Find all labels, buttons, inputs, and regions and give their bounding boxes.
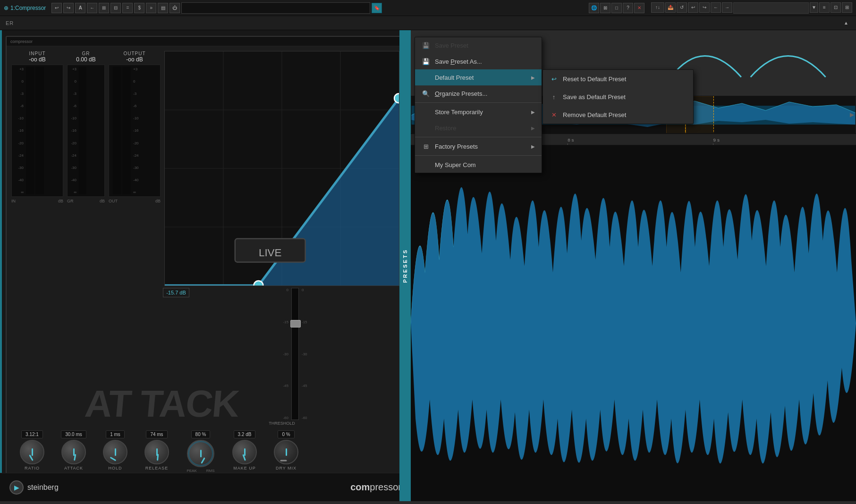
hold-knob[interactable] [103, 440, 127, 464]
output-label: OUTPUT [123, 51, 145, 56]
ratio-knob[interactable] [20, 440, 44, 464]
resize-button[interactable]: ⊠ [600, 3, 610, 13]
export-button[interactable]: ↑↓ [651, 2, 664, 13]
gr-value: 0.00 dB [76, 56, 95, 63]
in-label: IN [11, 199, 16, 203]
svg-point-7 [254, 281, 263, 286]
steinberg-text: steinberg [27, 483, 59, 492]
gr-label: GR [82, 51, 90, 56]
analysis-knob[interactable] [187, 440, 214, 467]
arrow-left-button[interactable]: ← [87, 3, 97, 13]
nav-forward-button[interactable]: → [722, 2, 732, 13]
save-default-icon: ↑ [550, 92, 558, 101]
gr-bar [79, 67, 86, 194]
submenu-default-preset: ↩ Reset to Default Preset ↑ Save as Defa… [542, 69, 694, 124]
bar-chart-button[interactable]: ▤ [158, 3, 168, 13]
drymix-knob[interactable] [274, 440, 298, 464]
main-waveform [411, 145, 856, 501]
layout-button[interactable]: ⊡ [831, 2, 841, 13]
arrows-button[interactable]: » [146, 3, 156, 13]
output-bar2 [122, 67, 131, 194]
subtitle-bar: ER [6, 20, 842, 26]
submenu-save-default[interactable]: ↑ Save as Default Preset [543, 88, 693, 106]
context-menu: 💾 Save Preset 💾 Save Preset As... Defaul… [415, 37, 542, 173]
default-preset-label: Default Preset [435, 74, 526, 81]
app-icon: ⊕ [4, 5, 8, 11]
drymix-value[interactable]: 0 % [278, 430, 294, 438]
save-preset-as-label: Save Preset As... [435, 58, 535, 65]
nav-dropdown-input[interactable] [733, 2, 809, 14]
factory-presets-label: Factory Presets [435, 143, 526, 150]
letter-a-button[interactable]: A [75, 3, 85, 13]
store-temp-icon [422, 108, 430, 116]
hold-label: HOLD [108, 466, 122, 470]
square-button[interactable]: □ [611, 3, 622, 13]
undo-button[interactable]: ↩ [51, 3, 62, 13]
makeup-knob[interactable] [232, 440, 257, 464]
input-value: -oo dB [29, 56, 45, 63]
restore-label: Restore [435, 125, 526, 132]
dropdown-arrow[interactable]: ▼ [810, 2, 818, 13]
redo-button[interactable]: ↪ [63, 3, 74, 13]
threshold-value[interactable]: -15.7 dB [163, 288, 189, 297]
menu-restore[interactable]: Restore ▶ [415, 120, 542, 136]
makeup-value[interactable]: 3.2 dB [234, 430, 256, 438]
nav-undo3-button[interactable]: ↩ [688, 2, 698, 13]
main-waveform-svg [411, 145, 856, 501]
menu-my-super-com[interactable]: My Super Com [415, 157, 542, 173]
output-value: -oo dB [126, 56, 143, 63]
release-label: RELEASE [145, 466, 169, 470]
db-label2: dB [100, 199, 105, 203]
hold-value[interactable]: 1 ms [106, 430, 125, 438]
remove-default-label: Remove Default Preset [563, 111, 686, 118]
window-title: 1:Compressor [10, 5, 46, 11]
menu-organize-presets[interactable]: 🔍 Organize Presets... [415, 85, 542, 101]
menu-save-preset-as[interactable]: 💾 Save Preset As... [415, 53, 542, 69]
equals-button[interactable]: = [122, 3, 133, 13]
save-preset-as-icon: 💾 [422, 57, 430, 66]
save-default-label: Save as Default Preset [563, 93, 686, 101]
submenu-remove-default[interactable]: ✕ Remove Default Preset [543, 106, 693, 124]
power-button[interactable]: ⏻ [170, 3, 180, 13]
collapse-button[interactable]: ▲ [842, 19, 850, 27]
bookmark-button[interactable]: 🔖 [372, 3, 382, 13]
title-input[interactable] [181, 2, 370, 14]
analysis-value[interactable]: 80 % [191, 430, 211, 438]
snap2-button[interactable]: ⊟ [110, 3, 121, 13]
nav-back-button[interactable]: ← [711, 2, 721, 13]
menu-factory-presets[interactable]: ⊞ Factory Presets ▶ [415, 138, 542, 154]
ratio-value[interactable]: 3.12:1 [21, 430, 43, 438]
attack-value[interactable]: 30.0 ms [61, 430, 86, 438]
db-label3: dB [155, 199, 161, 203]
db-label1: dB [58, 199, 63, 203]
menu-store-temp[interactable]: Store Temporarily ▶ [415, 104, 542, 120]
attack-knob[interactable] [61, 440, 86, 464]
release-knob[interactable] [144, 440, 169, 464]
help-button[interactable]: ? [623, 3, 633, 13]
nav-undo2-button[interactable]: ↺ [677, 2, 687, 13]
plugin-header-text: compressor [10, 39, 33, 44]
reset-default-icon: ↩ [550, 75, 558, 83]
globe-button[interactable]: 🌐 [589, 3, 599, 13]
menu-save-preset[interactable]: 💾 Save Preset [415, 37, 542, 53]
grid-button[interactable]: ⊞ [842, 2, 852, 13]
timeline-8s: 8 s [568, 137, 574, 142]
snap-button[interactable]: ⊞ [99, 3, 109, 13]
mini-waveform-arrow[interactable]: ▶ [850, 111, 854, 118]
nav-redo2-button[interactable]: ↪ [699, 2, 710, 13]
threshold-slider[interactable] [291, 288, 299, 420]
close-button[interactable]: ✕ [634, 3, 644, 13]
nav-send-button[interactable]: 📤 [665, 2, 676, 13]
menu-default-preset[interactable]: Default Preset ▶ ↩ Reset to Default Pres… [415, 69, 542, 85]
submenu-reset-default[interactable]: ↩ Reset to Default Preset [543, 70, 693, 88]
release-value[interactable]: 74 ms [146, 430, 167, 438]
dollar-button[interactable]: $ [134, 3, 144, 13]
presets-tab[interactable]: Presets [399, 30, 411, 501]
remove-default-icon: ✕ [550, 110, 558, 119]
svg-text:LIVE: LIVE [259, 247, 281, 259]
restore-icon [422, 124, 430, 132]
plugin-panel: compressor INPUT -oo dB +30-3-6-10-16-20… [0, 30, 411, 501]
timeline-9s: 9 s [713, 137, 720, 142]
compressor-brand-text: compressor [350, 482, 401, 493]
filter-button[interactable]: ≡ [819, 2, 830, 13]
